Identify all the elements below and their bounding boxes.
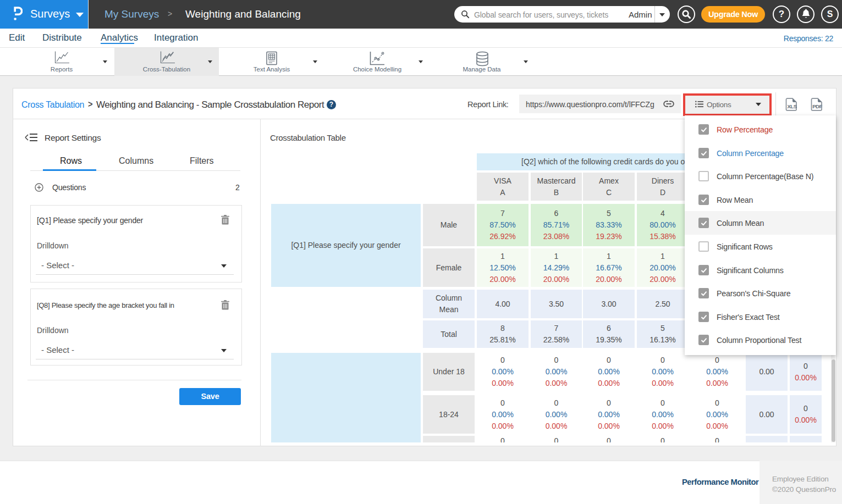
svg-text:PDF: PDF xyxy=(812,103,822,109)
svg-text:XLS: XLS xyxy=(788,103,797,109)
